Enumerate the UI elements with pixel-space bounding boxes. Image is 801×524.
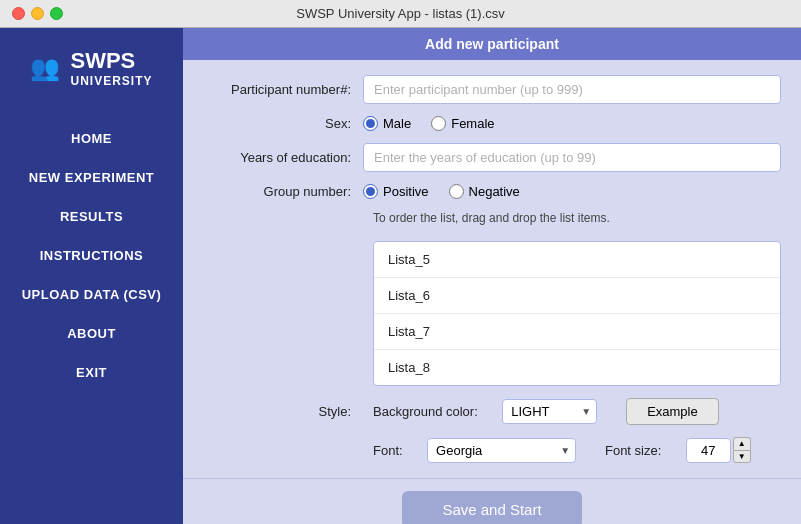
form-header: Add new participant (183, 28, 801, 60)
sidebar-item-about[interactable]: ABOUT (0, 314, 183, 353)
bg-color-select[interactable]: LIGHT DARK CUSTOM (502, 399, 597, 424)
font-size-down-button[interactable]: ▼ (733, 450, 751, 463)
sidebar: 👥 SWPS UNIVERSITY HOME NEW EXPERIMENT RE… (0, 28, 183, 524)
font-size-up-button[interactable]: ▲ (733, 437, 751, 450)
window-controls (12, 7, 63, 20)
participant-number-label: Participant number#: (203, 82, 363, 97)
list-item[interactable]: Lista_8 (374, 350, 780, 385)
font-label: Font: (373, 443, 403, 458)
font-row: Font: Georgia Arial Times New Roman Helv… (203, 437, 781, 463)
spinner-buttons: ▲ ▼ (733, 437, 751, 463)
title-bar: SWSP University App - listas (1).csv (0, 0, 801, 28)
sex-female-radio[interactable] (431, 116, 446, 131)
sex-radio-group: Male Female (363, 116, 495, 131)
sex-female-label: Female (451, 116, 494, 131)
font-size-label: Font size: (605, 443, 661, 458)
bg-color-label: Background color: (373, 404, 478, 419)
sidebar-item-home[interactable]: HOME (0, 119, 183, 158)
participant-number-row: Participant number#: (203, 75, 781, 104)
window-title: SWSP University App - listas (1).csv (296, 6, 505, 21)
font-size-spinner: 47 ▲ ▼ (686, 437, 751, 463)
years-education-input[interactable] (363, 143, 781, 172)
sex-male-radio[interactable] (363, 116, 378, 131)
years-education-label: Years of education: (203, 150, 363, 165)
logo-university: UNIVERSITY (70, 74, 152, 88)
logo-icon: 👥 (30, 54, 60, 82)
group-positive-option[interactable]: Positive (363, 184, 429, 199)
group-radio-group: Positive Negative (363, 184, 520, 199)
sidebar-item-exit[interactable]: EXIT (0, 353, 183, 392)
close-button[interactable] (12, 7, 25, 20)
bg-color-select-wrap: LIGHT DARK CUSTOM ▼ (502, 399, 597, 424)
form-body: Participant number#: Sex: Male Female (183, 60, 801, 478)
sex-female-option[interactable]: Female (431, 116, 494, 131)
logo-area: 👥 SWPS UNIVERSITY (15, 48, 167, 89)
font-size-value: 47 (686, 438, 731, 463)
example-button[interactable]: Example (626, 398, 719, 425)
style-row: Style: Background color: LIGHT DARK CUST… (203, 398, 781, 425)
group-positive-label: Positive (383, 184, 429, 199)
font-select[interactable]: Georgia Arial Times New Roman Helvetica (427, 438, 576, 463)
group-number-row: Group number: Positive Negative (203, 184, 781, 199)
list-container: Lista_5 Lista_6 Lista_7 Lista_8 (373, 241, 781, 386)
sex-male-label: Male (383, 116, 411, 131)
save-and-start-button[interactable]: Save and Start (402, 491, 581, 524)
maximize-button[interactable] (50, 7, 63, 20)
sidebar-item-upload-data[interactable]: UPLOAD DATA (CSV) (0, 275, 183, 314)
group-negative-option[interactable]: Negative (449, 184, 520, 199)
group-number-label: Group number: (203, 184, 363, 199)
group-negative-label: Negative (469, 184, 520, 199)
sidebar-item-results[interactable]: RESULTS (0, 197, 183, 236)
font-row-spacer (203, 443, 363, 458)
minimize-button[interactable] (31, 7, 44, 20)
logo-text: SWPS UNIVERSITY (70, 48, 152, 89)
sidebar-item-instructions[interactable]: INSTRUCTIONS (0, 236, 183, 275)
footer: Save and Start (183, 478, 801, 524)
years-education-row: Years of education: (203, 143, 781, 172)
font-select-wrap: Georgia Arial Times New Roman Helvetica … (427, 438, 576, 463)
group-positive-radio[interactable] (363, 184, 378, 199)
main-content: Add new participant Participant number#:… (183, 28, 801, 524)
group-negative-radio[interactable] (449, 184, 464, 199)
participant-number-input[interactable] (363, 75, 781, 104)
drag-instruction: To order the list, drag and drop the lis… (373, 211, 781, 225)
sex-label: Sex: (203, 116, 363, 131)
sex-male-option[interactable]: Male (363, 116, 411, 131)
logo-swps: SWPS (70, 48, 152, 74)
list-item[interactable]: Lista_6 (374, 278, 780, 314)
sex-row: Sex: Male Female (203, 116, 781, 131)
list-item[interactable]: Lista_5 (374, 242, 780, 278)
app-body: 👥 SWPS UNIVERSITY HOME NEW EXPERIMENT RE… (0, 28, 801, 524)
style-label: Style: (203, 404, 363, 419)
sidebar-item-new-experiment[interactable]: NEW EXPERIMENT (0, 158, 183, 197)
list-item[interactable]: Lista_7 (374, 314, 780, 350)
